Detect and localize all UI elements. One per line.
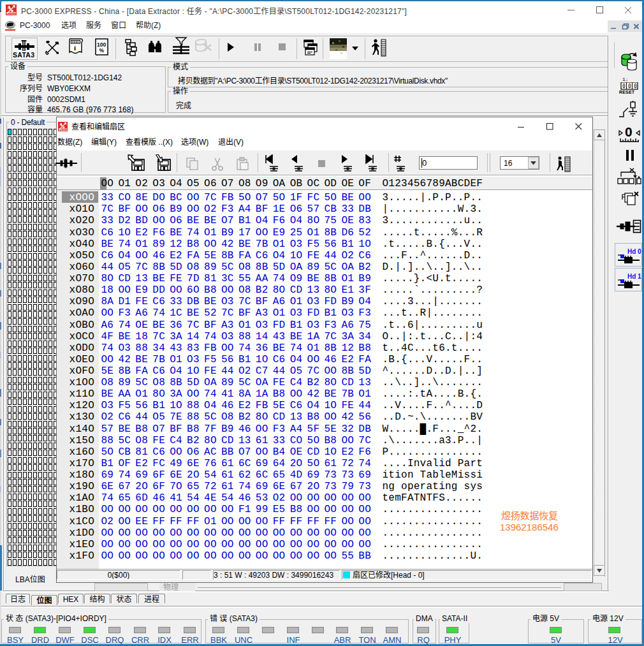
svg-text:0: 0 [622,84,626,89]
svg-text:i: i [74,44,76,52]
svg-text:0: 0 [634,84,637,89]
svg-text:100: 100 [97,41,106,48]
svg-text:0: 0 [628,84,631,89]
svg-text:0: 0 [625,124,633,139]
svg-text:%: % [99,47,105,54]
